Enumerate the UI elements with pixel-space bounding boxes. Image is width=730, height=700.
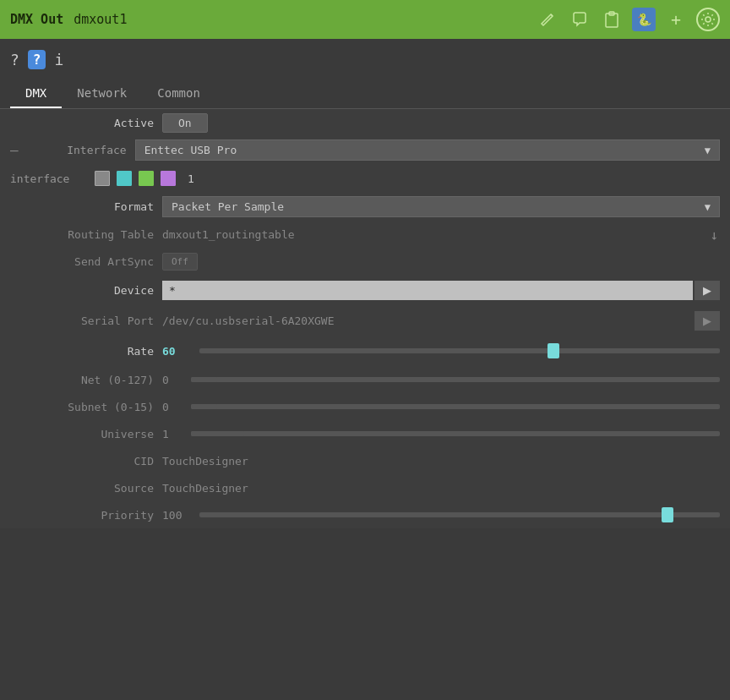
- priority-slider[interactable]: [199, 512, 720, 517]
- routing-table-row: Routing Table dmxout1_routingtable ↘: [0, 221, 730, 248]
- settings-icon[interactable]: [696, 8, 720, 31]
- title-name: dmxout1: [74, 12, 127, 27]
- active-label: Active: [10, 117, 162, 129]
- tabs-bar: DMX Network Common: [0, 79, 730, 109]
- source-row: Source TouchDesigner: [0, 474, 730, 501]
- subnet-slider[interactable]: [191, 404, 720, 409]
- color-box-gray: [95, 171, 110, 186]
- active-toggle[interactable]: On: [162, 113, 208, 133]
- color-box-purple: [161, 171, 176, 186]
- color-box-green: [139, 171, 154, 186]
- serial-port-label: Serial Port: [10, 314, 162, 327]
- format-row: Format Packet Per Sample ▼: [0, 193, 730, 221]
- title-label: DMX Out: [10, 12, 63, 27]
- device-input[interactable]: [162, 281, 693, 300]
- chevron-down-icon: ▼: [705, 145, 711, 156]
- device-label: Device: [10, 284, 162, 297]
- rate-label: Rate: [10, 345, 162, 358]
- priority-label: Priority: [10, 509, 162, 522]
- chevron-down-icon: ▼: [705, 201, 711, 213]
- routing-table-value: dmxout1_routingtable: [162, 228, 711, 241]
- clipboard-icon[interactable]: [600, 8, 624, 31]
- interface-dropdown-label: Interface: [25, 144, 135, 156]
- send-artsync-toggle[interactable]: Off: [162, 253, 198, 271]
- rate-value: 60: [162, 345, 196, 358]
- interface-colors-row: interface 1: [0, 164, 730, 193]
- subnet-row: Subnet (0-15) 0: [0, 393, 730, 420]
- priority-row: Priority 100: [0, 501, 730, 528]
- subnet-label: Subnet (0-15): [10, 401, 162, 413]
- interface-section-label: interface: [10, 172, 95, 185]
- device-row: Device ▶: [0, 275, 730, 305]
- universe-row: Universe 1: [0, 420, 730, 447]
- pencil-icon[interactable]: [536, 8, 559, 31]
- active-row: Active On: [0, 109, 730, 136]
- routing-table-label: Routing Table: [10, 228, 162, 241]
- svg-point-2: [705, 17, 711, 22]
- title-bar: DMX Out dmxout1 🐍 +: [0, 0, 730, 39]
- source-value: TouchDesigner: [162, 482, 248, 495]
- net-value: 0: [162, 374, 188, 386]
- priority-value: 100: [162, 509, 196, 522]
- interface-dropdown[interactable]: Enttec USB Pro ▼: [135, 139, 720, 161]
- chat-icon[interactable]: [568, 8, 591, 31]
- serial-port-play-button[interactable]: ▶: [695, 311, 720, 331]
- interface-num: 1: [188, 172, 194, 185]
- cid-label: CID: [10, 455, 162, 468]
- tab-common[interactable]: Common: [142, 79, 215, 108]
- tab-network[interactable]: Network: [62, 79, 142, 108]
- rate-slider[interactable]: [199, 348, 720, 353]
- help-bar: ? ? i: [0, 39, 730, 79]
- rate-slider-thumb[interactable]: [548, 343, 559, 358]
- color-box-teal: [117, 171, 132, 186]
- content-area: Active On — Interface Enttec USB Pro ▼ i…: [0, 109, 730, 528]
- source-label: Source: [10, 482, 162, 495]
- info-icon[interactable]: i: [54, 51, 63, 68]
- send-artsync-label: Send ArtSync: [10, 255, 162, 268]
- separator-row: — Interface Enttec USB Pro ▼: [0, 136, 730, 164]
- subnet-value: 0: [162, 401, 188, 413]
- format-label: Format: [10, 200, 162, 213]
- question-mark-icon[interactable]: ?: [10, 51, 19, 68]
- help-box-icon[interactable]: ?: [28, 50, 46, 69]
- net-slider[interactable]: [191, 377, 720, 382]
- priority-slider-thumb[interactable]: [662, 507, 673, 522]
- device-play-button[interactable]: ▶: [695, 281, 720, 300]
- universe-value: 1: [162, 428, 188, 440]
- cid-value: TouchDesigner: [162, 455, 248, 468]
- python-icon[interactable]: 🐍: [632, 8, 656, 31]
- cid-row: CID TouchDesigner: [0, 447, 730, 474]
- universe-label: Universe: [10, 428, 162, 440]
- rate-row: Rate 60: [0, 336, 730, 366]
- send-artsync-row: Send ArtSync Off: [0, 248, 730, 275]
- serial-port-value: /dev/cu.usbserial-6A20XGWE: [162, 314, 695, 327]
- net-row: Net (0-127) 0: [0, 366, 730, 393]
- tab-dmx[interactable]: DMX: [10, 79, 62, 108]
- add-icon[interactable]: +: [664, 8, 688, 31]
- title-bar-icons: 🐍 +: [536, 8, 720, 31]
- net-label: Net (0-127): [10, 374, 162, 386]
- serial-port-row: Serial Port /dev/cu.usbserial-6A20XGWE ▶: [0, 305, 730, 336]
- separator-dash: —: [10, 142, 19, 158]
- format-dropdown[interactable]: Packet Per Sample ▼: [162, 196, 720, 217]
- universe-slider[interactable]: [191, 431, 720, 436]
